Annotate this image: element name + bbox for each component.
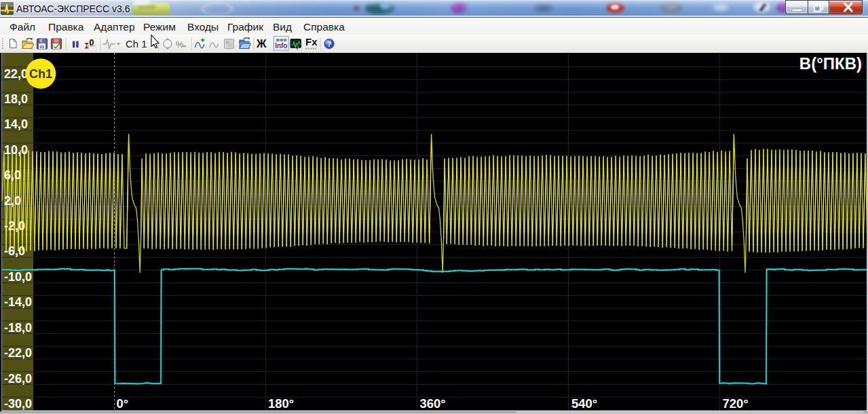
- svg-text:14,0: 14,0: [4, 117, 28, 131]
- svg-text:-14,0: -14,0: [4, 295, 32, 309]
- svg-text:18,0: 18,0: [4, 92, 28, 106]
- svg-text:-2,0: -2,0: [4, 219, 25, 233]
- svg-text:-22,0: -22,0: [4, 346, 32, 360]
- svg-text:Ch 1: Ch 1: [126, 38, 147, 50]
- svg-text:10,0: 10,0: [4, 143, 28, 157]
- svg-text:?: ?: [327, 40, 332, 48]
- svg-text:22,0: 22,0: [4, 67, 28, 81]
- svg-text:0°: 0°: [117, 396, 129, 411]
- svg-text:Ch1: Ch1: [29, 67, 52, 81]
- svg-text:01: 01: [40, 45, 45, 49]
- svg-text:В(°ПКВ): В(°ПКВ): [799, 54, 862, 73]
- svg-text:Ж: Ж: [256, 38, 267, 50]
- svg-text:Fx: Fx: [305, 36, 318, 48]
- svg-text:%: %: [176, 39, 184, 50]
- svg-text:-30,0: -30,0: [4, 397, 32, 411]
- svg-text:0: 0: [90, 38, 94, 48]
- svg-text:-18,0: -18,0: [4, 321, 32, 335]
- svg-text:Info: Info: [275, 42, 287, 50]
- svg-text:-6,0: -6,0: [4, 244, 25, 258]
- svg-text:-10,0: -10,0: [4, 270, 32, 284]
- svg-text:180°: 180°: [268, 396, 294, 411]
- svg-text:-26,0: -26,0: [4, 372, 32, 385]
- svg-text:2,0: 2,0: [4, 194, 21, 208]
- svg-text:360°: 360°: [420, 396, 446, 411]
- svg-text:6,0: 6,0: [4, 168, 21, 182]
- svg-text:540°: 540°: [571, 396, 597, 411]
- svg-text:720°: 720°: [723, 396, 749, 411]
